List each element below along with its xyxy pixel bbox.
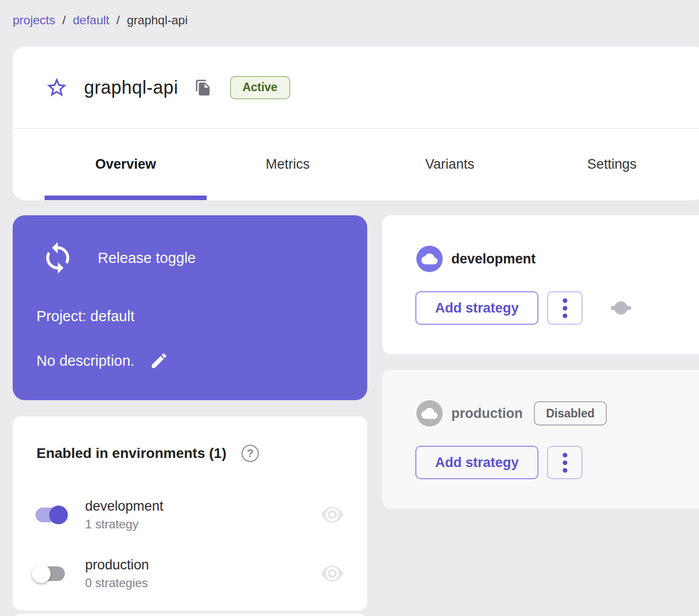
tab-label: Settings — [587, 157, 637, 172]
breadcrumb-separator: / — [62, 13, 66, 27]
next-card-edge — [13, 614, 367, 616]
eye-icon — [320, 565, 344, 582]
environment-row-strategies: 0 strategies — [85, 576, 149, 590]
feature-title: graphql-api — [84, 77, 178, 98]
status-badge: Active — [230, 76, 290, 99]
breadcrumb-link-projects[interactable]: projects — [13, 13, 55, 27]
visibility-button[interactable] — [320, 565, 344, 582]
page: projects / default / graphql-api graphql… — [0, 0, 699, 616]
feature-type-label: Release toggle — [98, 250, 196, 266]
breadcrumb-link-default[interactable]: default — [73, 13, 109, 27]
environment-toggle-slider[interactable] — [611, 306, 631, 310]
feature-header-card: graphql-api Active Overview Metrics Vari… — [13, 47, 699, 200]
environment-header: development — [416, 246, 536, 272]
breadcrumb-separator: / — [116, 13, 120, 27]
tab-label: Metrics — [266, 157, 310, 172]
feature-description-row: No description. — [36, 351, 169, 370]
tab-variants[interactable]: Variants — [369, 129, 531, 200]
environment-menu-button[interactable] — [547, 446, 582, 479]
environment-row-labels: production 0 strategies — [85, 557, 149, 590]
add-strategy-button[interactable]: Add strategy — [415, 291, 538, 325]
help-button[interactable]: ? — [242, 445, 259, 462]
environment-actions: Add strategy — [415, 291, 631, 325]
cloud-icon — [421, 405, 438, 421]
environment-row-development: development 1 strategy — [35, 491, 344, 538]
star-outline-icon — [45, 76, 68, 99]
environment-name: production — [451, 406, 523, 421]
copy-icon — [195, 79, 212, 96]
environment-row-strategies: 1 strategy — [85, 517, 164, 531]
tab-bar: Overview Metrics Variants Settings — [13, 129, 699, 200]
environment-name: development — [451, 251, 536, 267]
loop-icon — [41, 241, 75, 275]
toggle-knob — [49, 506, 68, 524]
feature-description: No description. — [36, 353, 134, 369]
production-toggle[interactable] — [35, 566, 65, 581]
tab-label: Variants — [425, 157, 474, 172]
development-toggle[interactable] — [35, 508, 65, 522]
tab-settings[interactable]: Settings — [531, 129, 693, 200]
add-strategy-button[interactable]: Add strategy — [415, 446, 538, 479]
pencil-icon — [149, 351, 169, 370]
environment-row-name: development — [85, 498, 164, 514]
tab-label: Overview — [95, 157, 156, 172]
environment-status-badge: Disabled — [534, 401, 607, 426]
feature-project-label: Project: default — [36, 308, 134, 325]
breadcrumb: projects / default / graphql-api — [13, 13, 188, 27]
feature-overview-card: Release toggle Project: default No descr… — [13, 215, 367, 400]
enabled-environments-title: Enabled in environments (1) — [36, 445, 226, 461]
enabled-environments-header: Enabled in environments (1) ? — [36, 445, 259, 462]
feature-type-header: Release toggle — [41, 241, 196, 275]
environment-row-production: production 0 strategies — [35, 550, 344, 597]
edit-description-button[interactable] — [149, 351, 169, 370]
visibility-button[interactable] — [320, 506, 344, 523]
cloud-icon — [421, 251, 438, 267]
eye-icon — [320, 506, 344, 523]
environment-row-labels: development 1 strategy — [85, 498, 164, 531]
tab-metrics[interactable]: Metrics — [207, 129, 369, 200]
environment-menu-button[interactable] — [547, 291, 582, 325]
environment-card-development: development Add strategy — [382, 215, 699, 354]
copy-name-button[interactable] — [195, 79, 212, 96]
kebab-menu-icon — [563, 451, 567, 474]
active-tab-indicator — [45, 196, 207, 200]
tab-overview[interactable]: Overview — [45, 129, 207, 200]
environment-avatar — [416, 246, 443, 272]
environment-avatar — [416, 400, 443, 427]
breadcrumb-current: graphql-api — [127, 13, 187, 27]
help-icon: ? — [247, 447, 253, 460]
favorite-button[interactable] — [45, 75, 69, 100]
environment-card-production: production Disabled Add strategy — [382, 370, 699, 509]
kebab-menu-icon — [563, 297, 567, 320]
feature-header-row: graphql-api Active — [13, 47, 699, 128]
environment-actions: Add strategy — [415, 446, 582, 479]
environment-row-name: production — [85, 557, 149, 573]
toggle-knob — [32, 564, 51, 583]
enabled-environments-card: Enabled in environments (1) ? developmen… — [13, 416, 367, 610]
environment-header: production Disabled — [416, 400, 607, 427]
